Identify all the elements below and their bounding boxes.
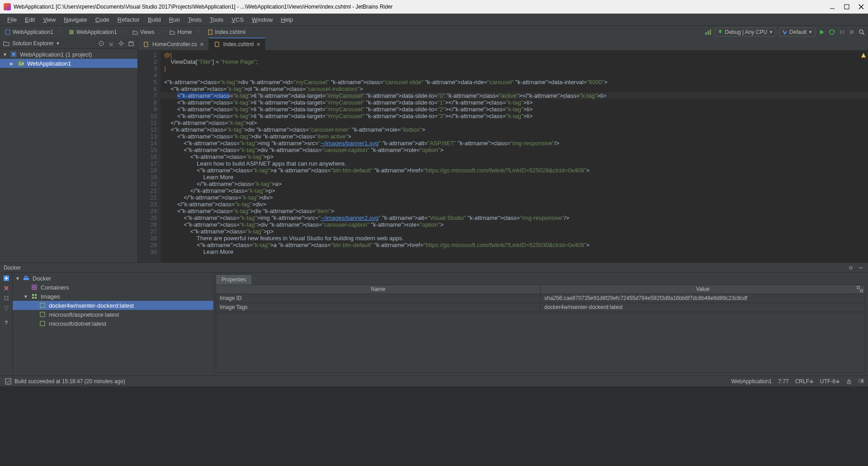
svg-rect-58 bbox=[848, 381, 850, 384]
menu-view[interactable]: View bbox=[39, 15, 59, 24]
images-node[interactable]: ▼ Images bbox=[13, 292, 213, 301]
menu-edit[interactable]: Edit bbox=[21, 15, 38, 24]
docker-title: Docker bbox=[4, 265, 21, 271]
svg-rect-1 bbox=[844, 5, 849, 9]
line-ending[interactable]: CRLF≑ bbox=[795, 378, 814, 385]
maximize-button[interactable] bbox=[844, 4, 850, 10]
svg-rect-28 bbox=[144, 42, 148, 47]
breadcrumb-item[interactable]: Index.cshtml bbox=[205, 28, 247, 36]
statusbar: Build succeeded at 15:18:47 (20 minutes … bbox=[0, 376, 868, 386]
status-project[interactable]: WebApplication1 bbox=[731, 378, 772, 385]
hide-icon[interactable] bbox=[127, 40, 135, 47]
close-button[interactable] bbox=[858, 4, 864, 10]
menu-tests[interactable]: Tests bbox=[184, 15, 205, 24]
project-node[interactable]: ▶ C# WebApplication1 bbox=[0, 59, 137, 68]
properties-tab[interactable]: Properties bbox=[216, 274, 252, 285]
svg-point-10 bbox=[830, 30, 834, 34]
target-icon[interactable] bbox=[98, 40, 105, 47]
add-icon[interactable] bbox=[3, 275, 10, 282]
breadcrumb-item[interactable]: Views bbox=[130, 28, 156, 36]
build-message: Build succeeded at 15:18:47 (20 minutes … bbox=[14, 378, 125, 385]
close-icon[interactable]: ✕ bbox=[256, 42, 260, 48]
breadcrumb-icon bbox=[169, 29, 175, 35]
svg-rect-42 bbox=[24, 276, 26, 277]
property-value: docker4w/nsenter-dockerd:latest bbox=[541, 303, 865, 312]
svg-rect-49 bbox=[35, 294, 37, 296]
svg-rect-45 bbox=[35, 285, 37, 287]
solution-root[interactable]: ▼ WebApplication1 (1 project) bbox=[0, 50, 137, 59]
docker-image-item[interactable]: docker4w/nsenter-dockerd:latest bbox=[13, 301, 213, 310]
containers-node[interactable]: Containers bbox=[13, 283, 213, 292]
app-icon bbox=[4, 3, 11, 10]
encoding[interactable]: UTF-8≑ bbox=[820, 378, 840, 385]
code-content[interactable]: @{ ViewData["Title"] = "Home Page";} <"k… bbox=[160, 51, 868, 262]
menu-build[interactable]: Build bbox=[144, 15, 165, 24]
svg-rect-44 bbox=[32, 285, 34, 287]
memory-icon[interactable] bbox=[858, 379, 863, 384]
menu-refactor[interactable]: Refactor bbox=[114, 15, 143, 24]
expand-icon[interactable] bbox=[857, 286, 864, 293]
property-name: Image ID bbox=[216, 294, 541, 303]
editor-tab[interactable]: HomeController.cs✕ bbox=[138, 38, 209, 50]
hide-icon[interactable] bbox=[857, 264, 864, 271]
minimize-button[interactable] bbox=[829, 4, 835, 10]
menu-run[interactable]: Run bbox=[165, 15, 184, 24]
solution-icon bbox=[10, 51, 17, 58]
image-icon bbox=[39, 302, 46, 309]
docker-image-item[interactable]: microsoft/aspnetcore:latest bbox=[13, 310, 213, 319]
menu-tools[interactable]: Tools bbox=[206, 15, 227, 24]
property-row: Image Tagsdocker4w/nsenter-dockerd:lates… bbox=[216, 303, 865, 312]
menu-window[interactable]: Window bbox=[248, 15, 276, 24]
close-icon[interactable]: ✕ bbox=[200, 42, 204, 48]
menu-help[interactable]: Help bbox=[277, 15, 297, 24]
docker-image-item[interactable]: microsoft/dotnet:latest bbox=[13, 319, 213, 328]
menu-file[interactable]: File bbox=[4, 15, 20, 24]
gear-icon[interactable] bbox=[118, 40, 125, 47]
svg-rect-14 bbox=[843, 30, 844, 34]
remove-icon[interactable] bbox=[3, 285, 10, 292]
breadcrumb-item[interactable]: WebApplication1 bbox=[3, 28, 55, 36]
chevron-right-icon: ▶ bbox=[10, 61, 14, 66]
editor-tab[interactable]: Index.cshtml✕ bbox=[209, 38, 265, 50]
svg-rect-37 bbox=[4, 296, 6, 298]
menu-navigate[interactable]: Navigate bbox=[60, 15, 90, 24]
svg-rect-9 bbox=[710, 29, 711, 35]
svg-rect-5 bbox=[69, 30, 74, 34]
breadcrumb-icon bbox=[207, 29, 213, 35]
step-icon[interactable] bbox=[838, 29, 845, 36]
svg-rect-40 bbox=[7, 299, 9, 300]
code-view[interactable]: 1 2 3 4 5 6 7 8 9 10 11 12 13 14 15 16 1… bbox=[138, 51, 868, 262]
stop-icon[interactable] bbox=[848, 29, 855, 36]
svg-rect-48 bbox=[32, 294, 34, 296]
svg-rect-50 bbox=[32, 297, 34, 299]
debug-icon[interactable] bbox=[828, 29, 835, 36]
csharp-project-icon: C# bbox=[17, 60, 24, 67]
build-icon[interactable] bbox=[704, 29, 712, 36]
breadcrumb-item[interactable]: Home bbox=[167, 28, 193, 36]
gear-icon[interactable] bbox=[847, 264, 854, 271]
run-mode-selector[interactable]: Debug | Any CPU ▼ bbox=[714, 28, 776, 37]
run-config-selector[interactable]: Default ▼ bbox=[779, 28, 816, 37]
property-value: sha256:cae870735e91d8f29efc72455d794e592… bbox=[541, 294, 865, 303]
svg-point-16 bbox=[859, 30, 863, 33]
svg-rect-53 bbox=[40, 312, 45, 317]
menubar: FileEditViewNavigateCodeRefactorBuildRun… bbox=[0, 14, 868, 25]
svg-rect-46 bbox=[32, 288, 34, 290]
search-icon[interactable] bbox=[858, 29, 865, 36]
run-icon[interactable] bbox=[818, 29, 826, 36]
menu-code[interactable]: Code bbox=[92, 15, 113, 24]
caret-position[interactable]: 7:77 bbox=[778, 378, 788, 385]
filter-icon[interactable] bbox=[3, 304, 10, 312]
svg-rect-6 bbox=[208, 30, 212, 34]
docker-icon bbox=[23, 275, 30, 282]
collapse-icon[interactable] bbox=[108, 40, 115, 47]
svg-point-21 bbox=[120, 42, 123, 45]
docker-root[interactable]: ▼ Docker bbox=[13, 274, 213, 283]
menu-vcs[interactable]: VCS bbox=[228, 15, 247, 24]
svg-rect-39 bbox=[4, 299, 6, 300]
breadcrumb-item[interactable]: WebApplication1 bbox=[66, 28, 119, 36]
lock-icon[interactable] bbox=[846, 379, 852, 384]
svg-rect-43 bbox=[26, 276, 28, 277]
refresh-icon[interactable] bbox=[3, 295, 10, 302]
help-icon[interactable]: ? bbox=[3, 319, 10, 326]
